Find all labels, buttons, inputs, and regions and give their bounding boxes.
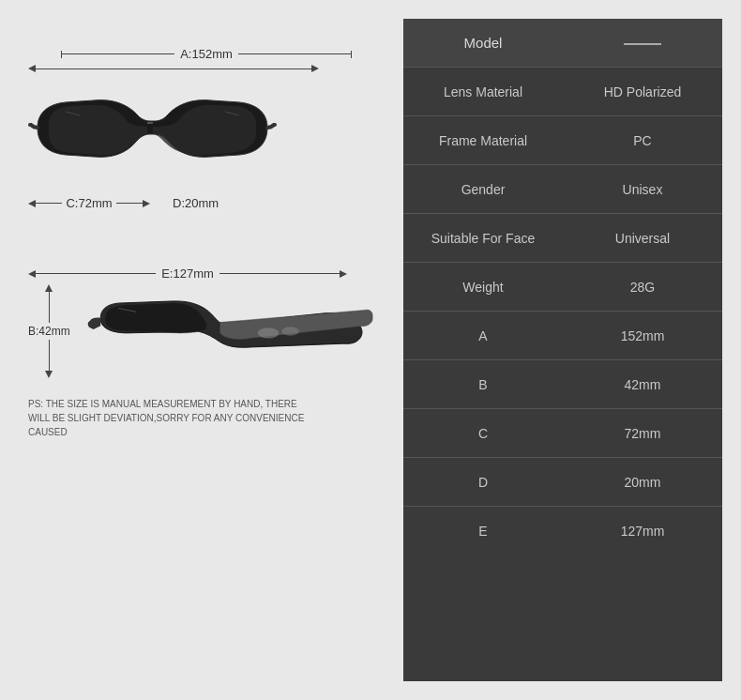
spec-label: Gender <box>403 173 563 206</box>
spec-value: Unisex <box>563 173 722 206</box>
spec-value: 152mm <box>563 319 722 353</box>
spec-row: E127mm <box>403 507 722 555</box>
glasses-side-svg <box>74 284 374 378</box>
spec-row: Suitable For FaceUniversal <box>403 214 722 263</box>
spec-table: ModelLens MaterialHD PolarizedFrame Mate… <box>403 19 722 681</box>
spec-row: GenderUnisex <box>403 165 722 214</box>
spec-label: D <box>403 465 563 499</box>
spec-value: 127mm <box>563 514 722 548</box>
dim-c-label: C:72mm <box>66 196 112 210</box>
spec-label: A <box>403 319 563 353</box>
note-text: PS: THE SIZE IS MANUAL MEASUREMENT BY HA… <box>28 397 310 439</box>
spec-value: PC <box>563 124 722 158</box>
spec-label: Weight <box>403 270 563 304</box>
spec-value: 28G <box>563 270 722 304</box>
dim-a-label: A:152mm <box>180 47 233 61</box>
spec-row: A152mm <box>403 312 722 360</box>
note-section: PS: THE SIZE IS MANUAL MEASUREMENT BY HA… <box>28 397 385 439</box>
spec-value: Universal <box>563 221 722 255</box>
svg-point-3 <box>257 327 279 338</box>
dim-b-label: B:42mm <box>28 325 70 338</box>
svg-point-4 <box>281 327 299 335</box>
spec-label: B <box>403 368 563 402</box>
main-container: A:152mm <box>0 0 741 700</box>
spec-value <box>563 25 722 60</box>
model-dash <box>624 43 661 45</box>
spec-label: C <box>403 417 563 450</box>
spec-label: Model <box>403 25 563 60</box>
dim-d-label: D:20mm <box>173 196 219 210</box>
spec-row: C72mm <box>403 409 722 458</box>
glasses-front-svg <box>28 76 328 189</box>
spec-row: Weight28G <box>403 263 722 312</box>
spec-row: B42mm <box>403 360 722 409</box>
spec-value: 42mm <box>563 368 722 402</box>
spec-value: HD Polarized <box>563 75 722 109</box>
spec-value: 20mm <box>563 465 722 499</box>
spec-row: Frame MaterialPC <box>403 116 722 165</box>
spec-label: Frame Material <box>403 124 563 158</box>
diagram-panel: A:152mm <box>0 0 403 700</box>
dim-e-label: E:127mm <box>161 266 214 281</box>
spec-value: 72mm <box>563 417 722 450</box>
spec-label: Lens Material <box>403 75 563 109</box>
spec-row: D20mm <box>403 458 722 507</box>
side-view-diagram: E:127mm B:42mm <box>28 266 385 378</box>
spec-row: Lens MaterialHD Polarized <box>403 68 722 116</box>
front-view-diagram: A:152mm <box>28 28 385 210</box>
spec-row: Model <box>403 19 722 68</box>
spec-label: Suitable For Face <box>403 221 563 255</box>
spec-label: E <box>403 514 563 548</box>
